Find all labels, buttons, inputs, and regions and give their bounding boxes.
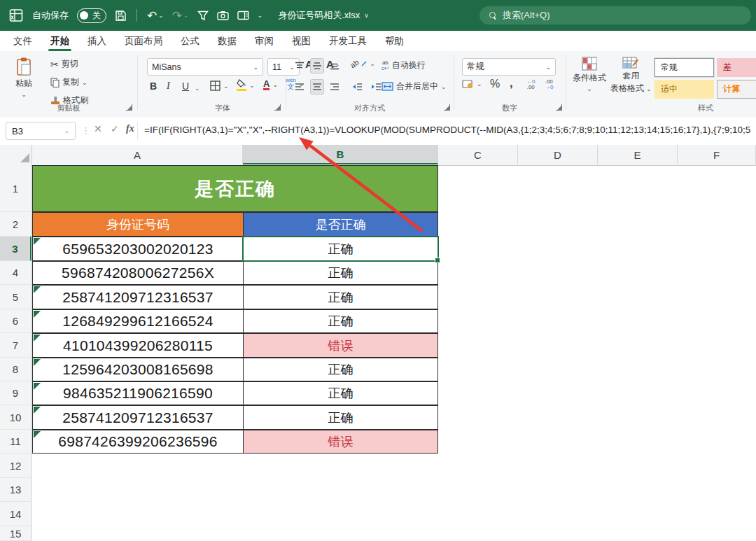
col-header-D[interactable]: D <box>518 145 598 164</box>
result-cell-B10[interactable]: 正确 <box>243 405 438 430</box>
row-header-7[interactable]: 7 <box>0 333 31 358</box>
accounting-format-button[interactable]: ⌄ <box>462 79 482 89</box>
quick-access-more-icon[interactable]: ⌄ <box>258 12 263 19</box>
result-cell-B3[interactable]: 正确 <box>243 237 438 261</box>
align-left-button[interactable] <box>293 79 307 94</box>
id-cell-A7[interactable]: 410104399206280115 <box>32 333 244 358</box>
font-color-button[interactable]: A ⌄ <box>263 79 278 90</box>
search-input[interactable]: 搜索(Alt+Q) <box>479 6 751 24</box>
comma-style-button[interactable]: , <box>510 76 513 90</box>
id-cell-A10[interactable]: 258741209712316537 <box>32 405 244 430</box>
orientation-button[interactable]: ab⌄ <box>350 59 375 68</box>
font-name-select[interactable]: MiSans⌄ <box>147 58 263 76</box>
borders-button[interactable]: ⌄ <box>210 80 229 91</box>
percent-style-button[interactable]: % <box>490 78 500 90</box>
result-cell-B9[interactable]: 正确 <box>243 381 438 405</box>
row-header-2[interactable]: 2 <box>0 212 31 237</box>
layout-panel-icon[interactable] <box>237 10 249 20</box>
row-header-14[interactable]: 14 <box>0 502 31 526</box>
id-cell-A6[interactable]: 126849299612166524 <box>32 309 244 333</box>
row-header-13[interactable]: 13 <box>0 478 31 502</box>
row-header-9[interactable]: 9 <box>0 381 31 405</box>
tab-review[interactable]: 审阅 <box>246 31 283 51</box>
col-header-B[interactable]: B <box>243 145 438 164</box>
row-header-11[interactable]: 11 <box>0 430 31 454</box>
row-header-4[interactable]: 4 <box>0 261 31 285</box>
increase-decimal-button[interactable]: ←0.00 <box>526 79 535 90</box>
tab-help[interactable]: 帮助 <box>376 31 413 51</box>
alignment-dialog-launcher[interactable] <box>444 104 450 111</box>
number-format-select[interactable]: 常规⌄ <box>462 58 556 76</box>
col-header-C[interactable]: C <box>438 145 518 164</box>
insert-function-icon[interactable]: fx <box>126 123 134 134</box>
result-cell-B11[interactable]: 错误 <box>243 430 438 454</box>
app-logo-icon[interactable] <box>8 8 24 23</box>
align-right-button[interactable] <box>328 79 342 94</box>
cut-button[interactable]: ✂剪切 <box>50 58 78 70</box>
tab-file[interactable]: 文件 <box>4 31 41 51</box>
row-header-15[interactable]: 15 <box>0 526 31 541</box>
id-cell-A8[interactable]: 125964203008165698 <box>32 358 244 381</box>
col-header-A[interactable]: A <box>32 145 243 164</box>
tab-developer[interactable]: 开发工具 <box>320 31 376 51</box>
document-title[interactable]: 身份证号码相关.xlsx∨ <box>278 9 369 22</box>
tab-data[interactable]: 数据 <box>209 31 246 51</box>
name-box[interactable]: B3⌄ <box>6 122 76 140</box>
id-cell-A11[interactable]: 6987426399206236596 <box>32 430 244 454</box>
tab-view[interactable]: 视图 <box>283 31 320 51</box>
screenshot-camera-icon[interactable] <box>217 10 229 20</box>
save-icon[interactable] <box>115 10 127 22</box>
cell-style-normal[interactable]: 常规 <box>654 58 714 77</box>
format-as-table-button[interactable]: 套用 表格格式 ⌄ <box>610 57 652 94</box>
undo-icon[interactable]: ↶⌄ <box>147 10 164 22</box>
bold-button[interactable]: B <box>150 80 157 92</box>
middle-align-button[interactable] <box>310 58 324 73</box>
formula-input[interactable]: =IF(IF(RIGHT(A3,1)="X","X",--RIGHT(A3,1)… <box>144 125 753 135</box>
number-dialog-launcher[interactable] <box>556 104 562 111</box>
fill-color-button[interactable]: ⌄ <box>237 79 255 91</box>
wrap-text-button[interactable]: abc↩ 自动换行 <box>382 59 426 71</box>
id-cell-A9[interactable]: 984635211906216590 <box>32 381 244 405</box>
result-cell-B8[interactable]: 正确 <box>243 358 438 381</box>
paste-button[interactable]: 粘贴 ⌄ <box>15 57 32 98</box>
result-cell-B4[interactable]: 正确 <box>243 261 438 285</box>
id-cell-A3[interactable]: 659653203002020123 <box>32 237 244 261</box>
row-header-6[interactable]: 6 <box>0 309 31 333</box>
align-center-button[interactable] <box>310 79 324 94</box>
underline-button[interactable]: U <box>182 80 189 92</box>
font-dialog-launcher[interactable] <box>274 104 281 111</box>
cancel-icon[interactable]: ✕ <box>94 123 102 134</box>
row-header-5[interactable]: 5 <box>0 285 31 309</box>
id-cell-A5[interactable]: 258741209712316537 <box>32 285 244 309</box>
underline-dropdown-icon[interactable]: ⌄ <box>195 85 200 92</box>
id-column-header-cell[interactable]: 身份证号码 <box>32 212 244 237</box>
autosave-toggle[interactable]: 关 <box>77 8 106 23</box>
row-header-3[interactable]: 3 <box>0 237 31 261</box>
clipboard-dialog-launcher[interactable] <box>126 104 132 111</box>
increase-indent-button[interactable] <box>369 79 383 94</box>
result-column-header-cell[interactable]: 是否正确 <box>243 212 438 237</box>
col-header-E[interactable]: E <box>598 145 678 164</box>
bottom-align-button[interactable] <box>328 58 342 73</box>
decrease-decimal-button[interactable]: .00→0 <box>545 79 553 90</box>
top-align-button[interactable] <box>293 58 307 73</box>
filter-icon[interactable] <box>197 10 209 21</box>
cell-style-calculation[interactable]: 计算 <box>717 80 756 99</box>
col-header-F[interactable]: F <box>678 145 756 164</box>
row-header-10[interactable]: 10 <box>0 405 31 430</box>
cell-style-bad[interactable]: 差 <box>717 58 756 77</box>
tab-home[interactable]: 开始 <box>41 31 78 51</box>
row-header-12[interactable]: 12 <box>0 454 31 478</box>
redo-icon[interactable]: ↷⌄ <box>172 10 189 22</box>
conditional-formatting-button[interactable]: 条件格式 ⌄ <box>573 57 606 92</box>
italic-button[interactable]: I <box>167 80 170 92</box>
merge-center-button[interactable]: 合并后居中⌄ <box>382 80 447 92</box>
copy-button[interactable]: 复制⌄ <box>50 76 88 88</box>
tab-insert[interactable]: 插入 <box>78 31 115 51</box>
confirm-icon[interactable]: ✓ <box>111 123 119 134</box>
select-all-corner[interactable] <box>0 145 32 164</box>
id-cell-A4[interactable]: 59687420800627256X <box>32 261 244 285</box>
merged-title-cell[interactable]: 是否正确 <box>32 165 438 212</box>
cell-style-neutral[interactable]: 适中 <box>654 80 714 99</box>
result-cell-B6[interactable]: 正确 <box>243 309 438 333</box>
